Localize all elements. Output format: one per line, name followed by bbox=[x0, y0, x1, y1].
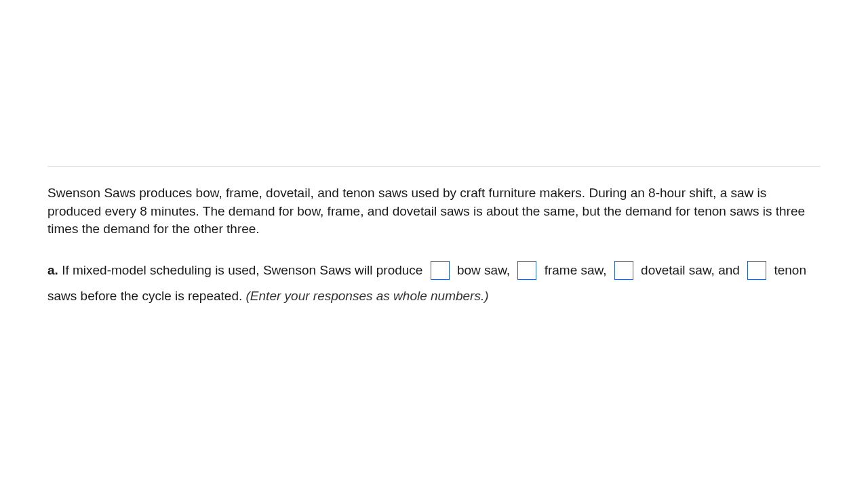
problem-statement: Swenson Saws produces bow, frame, doveta… bbox=[47, 184, 821, 239]
question-part-a: a. If mixed-model scheduling is used, Sw… bbox=[47, 258, 821, 309]
question-segment-1: If mixed-model scheduling is used, Swens… bbox=[58, 263, 427, 277]
dovetail-saw-input[interactable] bbox=[614, 261, 633, 280]
part-label: a. bbox=[47, 263, 58, 277]
tenon-saw-input[interactable] bbox=[747, 261, 766, 280]
bow-saw-label: bow saw, bbox=[454, 263, 514, 277]
frame-saw-input[interactable] bbox=[517, 261, 536, 280]
section-divider bbox=[47, 166, 821, 167]
response-hint: (Enter your responses as whole numbers.) bbox=[246, 289, 489, 303]
frame-saw-label: frame saw, bbox=[540, 263, 610, 277]
dovetail-saw-label: dovetail saw, and bbox=[637, 263, 743, 277]
bow-saw-input[interactable] bbox=[431, 261, 450, 280]
question-container: Swenson Saws produces bow, frame, doveta… bbox=[47, 166, 821, 309]
